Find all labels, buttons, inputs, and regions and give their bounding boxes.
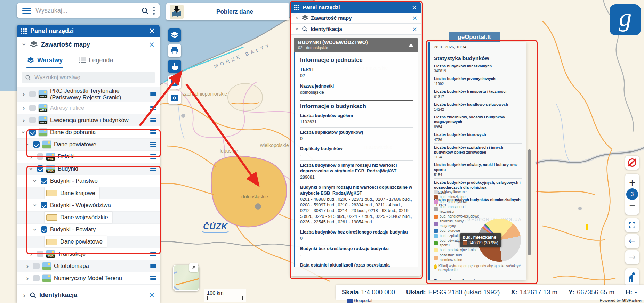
layer-checkbox[interactable]	[37, 153, 43, 160]
layer-checkbox[interactable]	[33, 263, 40, 269]
close-icon[interactable]: ×	[148, 41, 155, 48]
layer-row[interactable]: ›Budynki - Państwo	[17, 175, 160, 187]
panel-scrollbar[interactable]	[528, 149, 531, 255]
layer-checkbox[interactable]	[37, 165, 43, 172]
zoom-out-button[interactable]: −	[629, 202, 636, 210]
layer-menu-icon[interactable]	[150, 130, 156, 134]
layer-checkbox[interactable]	[29, 105, 36, 111]
layer-row[interactable]: ›Numeryczny Model Terenu	[17, 272, 160, 285]
location-disabled-button[interactable]	[625, 156, 639, 170]
legend-item[interactable]: bud. produkcyjne i rolne	[434, 248, 480, 253]
zoom-in-button[interactable]: +	[629, 179, 636, 187]
chevron-right-icon[interactable]: ›	[25, 275, 30, 282]
chevron-right-icon[interactable]: ›	[29, 250, 34, 258]
close-icon[interactable]: ×	[412, 26, 417, 32]
chevron-right-icon[interactable]: ›	[21, 90, 26, 98]
legend-item[interactable]: nieklasyfikowane	[434, 190, 480, 195]
history-back-button[interactable]: ←	[625, 234, 639, 248]
layer-checkbox[interactable]	[29, 117, 36, 123]
print-tool-button[interactable]	[168, 44, 181, 57]
clipboard-tool-button[interactable]	[168, 75, 181, 89]
layers-tool-button[interactable]	[168, 28, 181, 42]
legend-item[interactable]: pozostałe bud. niemieszkalne	[434, 253, 480, 262]
map-content-section[interactable]: › Zawartość mapy ×	[291, 13, 421, 24]
legend-item[interactable]: bud. przemysłowe	[434, 200, 480, 204]
camera-tool-button[interactable]	[168, 91, 181, 104]
chevron-down-icon[interactable]: ›	[27, 166, 35, 172]
minimap-expand-icon[interactable]	[189, 263, 198, 272]
identify-section[interactable]: › Identyfikacja ×	[17, 287, 160, 303]
layer-checkbox[interactable]	[37, 251, 43, 257]
close-icon[interactable]: ×	[148, 292, 155, 299]
layer-checkbox[interactable]	[41, 178, 47, 184]
chevron-right-icon[interactable]: ›	[294, 15, 300, 21]
layer-row[interactable]: ›Ewidencja gruntów i budynków	[17, 114, 160, 126]
layer-row[interactable]: ›Dane powiatowe	[17, 139, 160, 151]
fullscreen-button[interactable]	[625, 218, 639, 232]
layer-menu-icon[interactable]	[150, 276, 156, 280]
tab-legenda[interactable]: Legenda	[79, 52, 113, 68]
search-icon[interactable]	[141, 7, 149, 15]
layer-row[interactable]: ›Ortofotomapa	[17, 260, 160, 272]
chevron-down-icon[interactable]: ›	[31, 178, 39, 184]
layer-menu-icon[interactable]	[150, 252, 156, 256]
geoportal-logo[interactable]: g	[610, 4, 641, 35]
layer-menu-icon[interactable]	[150, 106, 156, 110]
close-icon[interactable]: ×	[411, 4, 417, 11]
field-label: Liczba budynków ogółem	[300, 113, 413, 118]
layer-search-input[interactable]	[34, 74, 151, 81]
identify-section[interactable]: › Identyfikacja ×	[291, 24, 421, 35]
layer-checkbox[interactable]	[33, 141, 40, 148]
identify-tool-button[interactable]	[168, 60, 181, 73]
layer-checkbox[interactable]	[29, 91, 36, 97]
layer-checkbox[interactable]	[29, 129, 36, 136]
legend-item[interactable]: bud. biurowe	[434, 229, 480, 233]
chevron-down-icon[interactable]: ›	[20, 130, 27, 135]
layer-row[interactable]: ›Transakcje	[17, 248, 160, 260]
history-forward-button[interactable]: →	[625, 250, 639, 264]
menu-icon[interactable]	[22, 8, 31, 14]
layer-row[interactable]: ›Budynki - Województwa	[17, 199, 160, 212]
chevron-down-icon[interactable]: ›	[31, 227, 39, 232]
result-header[interactable]: BUDYNKI (WOJEWÓDZTWO) 02 - dolnośląskie	[294, 38, 418, 52]
tab-warstwy[interactable]: Warstwy	[27, 52, 63, 68]
chevron-down-icon[interactable]: ›	[24, 142, 31, 147]
layer-row[interactable]: ›Dane do pobrania	[17, 126, 160, 139]
close-icon[interactable]: ×	[148, 27, 155, 35]
layer-row[interactable]: ›Budynki - Powiaty	[17, 224, 160, 236]
chevron-down-icon[interactable]: ›	[31, 203, 39, 208]
layer-row[interactable]: ›Budynki	[17, 163, 160, 175]
layer-checkbox[interactable]	[41, 226, 47, 233]
layer-menu-icon[interactable]	[150, 166, 156, 171]
legend-item[interactable]: bud. transportu i łączności	[434, 205, 480, 214]
chevron-right-icon[interactable]: ›	[29, 153, 34, 161]
chevron-right-icon[interactable]: ›	[21, 104, 26, 112]
layer-checkbox[interactable]	[33, 275, 40, 281]
chevron-down-icon[interactable]: ›	[21, 42, 28, 47]
layer-row[interactable]: ›Działki	[17, 151, 160, 163]
layer-row[interactable]: ›PRG Jednostki Terytorialne (Państwowy R…	[17, 87, 160, 102]
collapse-arrow-icon[interactable]	[409, 41, 413, 47]
layer-row[interactable]: Dane powiatowe	[17, 236, 160, 248]
layer-row[interactable]: ›Adresy i ulice	[17, 102, 160, 114]
unit-info-fields: TERYT02Nazwa jednostkidolnośląskie	[300, 65, 413, 97]
layer-row[interactable]: Dane wojewódzkie	[17, 212, 160, 224]
layer-checkbox[interactable]	[41, 202, 47, 208]
layer-menu-icon[interactable]	[150, 154, 156, 159]
legend-item[interactable]: bud. mieszkalne	[434, 195, 480, 199]
search-input[interactable]	[35, 7, 141, 15]
chevron-right-icon[interactable]: ›	[25, 262, 30, 270]
layer-menu-icon[interactable]	[150, 118, 156, 122]
map-content-section[interactable]: › Zawartość mapy ×	[17, 37, 160, 52]
chevron-right-icon[interactable]: ›	[21, 116, 26, 124]
chevron-down-icon[interactable]: ›	[294, 26, 300, 32]
layer-row[interactable]: Dane krajowe	[17, 187, 160, 199]
more-options-icon[interactable]	[153, 7, 155, 15]
layer-menu-icon[interactable]	[150, 92, 156, 96]
streetview-button[interactable]	[625, 268, 639, 286]
layer-menu-icon[interactable]	[150, 142, 156, 147]
chevron-right-icon[interactable]: ›	[22, 292, 27, 299]
layer-menu-icon[interactable]	[150, 264, 156, 268]
close-icon[interactable]: ×	[412, 15, 417, 21]
download-data-bar[interactable]: Pobierz dane	[166, 3, 289, 20]
